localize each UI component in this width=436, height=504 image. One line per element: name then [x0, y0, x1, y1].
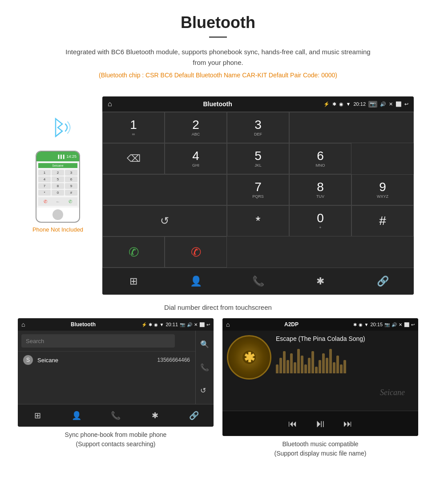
phone-signal: ▌▌▌ — [58, 155, 65, 159]
phone-key-9: 9 — [65, 183, 77, 189]
pb-grid-btn[interactable]: ⊞ — [18, 404, 57, 427]
dialer-end-button[interactable]: ✆ — [165, 236, 227, 268]
key-number: 2 — [192, 119, 199, 131]
dialer-key-8[interactable]: 8 TUV — [289, 174, 351, 205]
pb-win[interactable]: ⬜ — [199, 322, 205, 327]
location-icon: ◉ — [339, 101, 343, 107]
dialer-empty-row2 — [102, 174, 227, 205]
dialer-key-3[interactable]: 3 DEF — [227, 112, 289, 143]
volume-icon[interactable]: 🔊 — [380, 101, 386, 107]
music-bt-icon: ✱ — [353, 322, 357, 327]
statusbar-left: ⌂ — [108, 100, 112, 108]
title-divider — [209, 36, 227, 38]
key-number: # — [379, 215, 386, 227]
window-icon[interactable]: ⬜ — [396, 101, 402, 107]
dialer-key-4[interactable]: 4 GHI — [165, 143, 227, 174]
camera-icon[interactable]: 📷 — [368, 101, 377, 108]
eq-bar — [301, 356, 303, 373]
close-icon[interactable]: ✕ — [389, 101, 393, 107]
pb-search-row: Search — [18, 331, 195, 351]
pb-contact-row[interactable]: S Seicane 13566664466 — [18, 351, 195, 368]
back-icon[interactable]: ↩ — [404, 101, 408, 107]
play-pause-button[interactable]: ⏯ — [311, 416, 330, 432]
link-button[interactable]: 🔗 — [351, 268, 414, 295]
dialer-call-button[interactable]: ✆ — [102, 236, 165, 268]
pb-bt-bottom-icon: ✱ — [152, 411, 158, 420]
next-track-button[interactable]: ⏭ — [339, 417, 357, 431]
song-title: Escape (The Pina Colada Song) — [276, 335, 414, 342]
pb-spacer — [18, 368, 195, 404]
phone-key-0: 0 — [52, 190, 64, 196]
eq-bar — [276, 364, 279, 373]
prev-track-button[interactable]: ⏮ — [284, 417, 302, 431]
dialer-backspace[interactable]: ⌫ — [102, 143, 165, 174]
key-letters: TUV — [316, 194, 324, 199]
pb-refresh-right-icon[interactable]: ↺ — [198, 384, 211, 396]
dialer-grid: 1 ∞ 2 ABC 3 DEF ⌫ 4 GHI 5 — [102, 112, 414, 268]
eq-bar — [340, 364, 343, 373]
pb-bt-icon: ✱ — [149, 322, 152, 327]
bottom-screenshots: ⌂ Bluetooth ⚡ ✱ ◉ ▼ 20:11 📷 🔊 ✕ ⬜ ↩ Sear… — [0, 318, 436, 463]
dialer-key-0[interactable]: 0 + — [289, 205, 351, 236]
dialer-key-7[interactable]: 7 PQRS — [227, 174, 289, 205]
home-icon[interactable]: ⌂ — [108, 100, 112, 108]
dialer-key-1[interactable]: 1 ∞ — [102, 112, 165, 143]
pb-close[interactable]: ✕ — [194, 322, 198, 327]
pb-home-icon[interactable]: ⌂ — [21, 321, 25, 328]
eq-bar — [322, 353, 325, 373]
pb-contact-initial: S — [23, 355, 33, 365]
key-letters: PQRS — [252, 194, 264, 199]
grid-button[interactable]: ⊞ — [102, 268, 165, 295]
album-art: ♫ ✱ — [227, 335, 271, 380]
dialer-refresh[interactable]: ↺ — [102, 205, 227, 236]
key-letters: GHI — [192, 163, 199, 168]
eq-bar — [326, 358, 328, 373]
phone-icon: 📞 — [252, 276, 264, 287]
dialer-key-9[interactable]: 9 WXYZ — [351, 174, 414, 205]
end-call-icon: ✆ — [44, 199, 47, 204]
dialer-key-star[interactable]: * — [227, 205, 289, 236]
key-number: 3 — [254, 119, 262, 131]
dialer-key-5[interactable]: 5 JKL — [227, 143, 289, 174]
music-back[interactable]: ↩ — [411, 322, 415, 327]
dialer-key-2[interactable]: 2 ABC — [165, 112, 227, 143]
phone-time: 14:25 — [66, 154, 77, 159]
phonebook-screen: ⌂ Bluetooth ⚡ ✱ ◉ ▼ 20:11 📷 🔊 ✕ ⬜ ↩ Sear… — [18, 318, 214, 427]
call-icon-phone: ✆ — [69, 199, 72, 204]
pb-person-icon: 👤 — [72, 411, 81, 420]
pb-search-bar[interactable]: Search — [21, 334, 175, 348]
eq-bar — [290, 353, 293, 373]
music-win[interactable]: ⬜ — [404, 322, 409, 327]
music-close[interactable]: ✕ — [399, 322, 402, 327]
contacts-button[interactable]: 👤 — [165, 268, 227, 295]
pb-call-btn[interactable]: 📞 — [96, 404, 135, 427]
pb-link-btn[interactable]: 🔗 — [174, 404, 214, 427]
statusbar-right: ⚡ ✱ ◉ ▼ 20:12 📷 🔊 ✕ ⬜ ↩ — [323, 101, 408, 108]
bluetooth-specs: (Bluetooth chip : CSR BC6 Default Blueto… — [9, 72, 427, 79]
pb-statusbar: ⌂ Bluetooth ⚡ ✱ ◉ ▼ 20:11 📷 🔊 ✕ ⬜ ↩ — [18, 318, 214, 331]
eq-bar — [297, 349, 300, 373]
key-number: 8 — [317, 181, 324, 193]
phone-screen: Seicane 1 2 3 4 5 6 7 8 9 * 0 # ✆ — [36, 161, 79, 208]
dialer-key-hash[interactable]: # — [351, 205, 414, 236]
eq-bar — [287, 360, 289, 373]
phone-dialpad: 1 2 3 4 5 6 7 8 9 * 0 # — [38, 170, 77, 196]
music-home-icon[interactable]: ⌂ — [226, 321, 230, 328]
call-log-button[interactable]: 📞 — [227, 268, 289, 295]
pb-person-btn[interactable]: 👤 — [57, 404, 96, 427]
refresh-icon: ↺ — [160, 215, 169, 227]
bluetooth-icon: ✱ — [316, 276, 324, 287]
key-number: 1 — [130, 119, 137, 131]
pb-phone-right-icon[interactable]: 📞 — [198, 361, 211, 373]
android-dialer-screen: ⌂ Bluetooth ⚡ ✱ ◉ ▼ 20:12 📷 🔊 ✕ ⬜ ↩ 1 ∞ — [102, 96, 414, 295]
bluetooth-button[interactable]: ✱ — [289, 268, 351, 295]
phone-key-6: 6 — [65, 176, 77, 182]
pb-bottom-bar: ⊞ 👤 📞 ✱ 🔗 — [18, 404, 214, 427]
dialer-key-6[interactable]: 6 MNO — [289, 143, 351, 174]
phonebook-caption-line2: (Support contacts searching) — [76, 440, 156, 448]
pb-bt-btn[interactable]: ✱ — [135, 404, 174, 427]
bluetooth-wave-icon — [42, 114, 73, 146]
music-cam: 📷 — [384, 322, 390, 327]
pb-search-icon[interactable]: 🔍 — [198, 338, 211, 350]
pb-back[interactable]: ↩ — [206, 322, 210, 327]
